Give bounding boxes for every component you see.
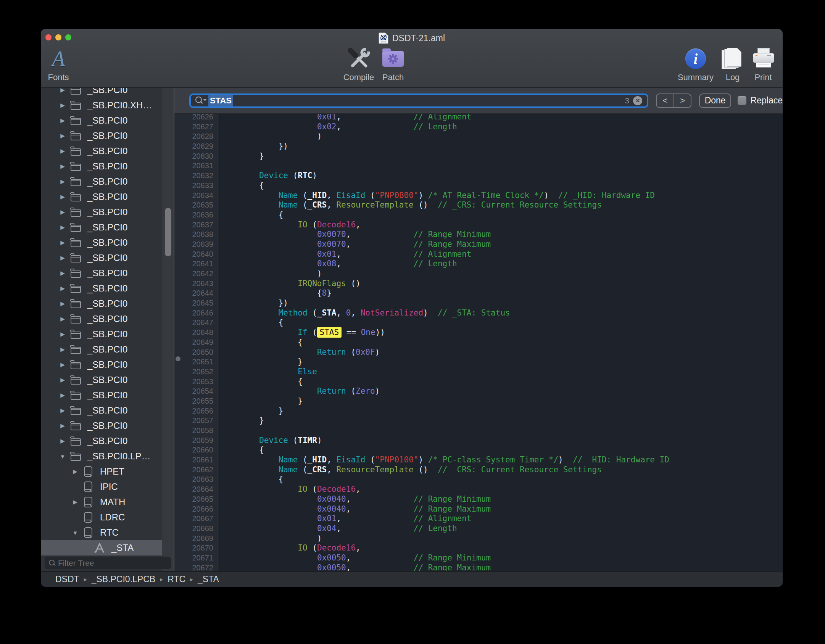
disclosure-triangle[interactable]: ▶ (58, 331, 68, 338)
disclosure-triangle[interactable]: ▶ (58, 163, 68, 170)
disclosure-triangle[interactable]: ▶ (58, 270, 68, 277)
sidebar-item-sbpci0[interactable]: ▶_SB.PCI0 (41, 296, 162, 311)
disclosure-triangle[interactable]: ▶ (58, 148, 68, 155)
line-number: 20665 (174, 494, 219, 504)
disclosure-triangle[interactable]: ▶ (58, 392, 68, 399)
sidebar-scrollbar-thumb[interactable] (165, 208, 171, 256)
toolbar-fonts-button[interactable]: A Fonts (41, 47, 85, 82)
disclosure-triangle[interactable]: ▶ (58, 209, 68, 216)
disclosure-triangle[interactable]: ▶ (58, 254, 68, 261)
folder-icon (70, 238, 81, 247)
sidebar-item-sbpci0[interactable]: ▶_SB.PCI0 (41, 88, 162, 98)
sidebar-item-sbpci0[interactable]: ▶_SB.PCI0 (41, 433, 162, 449)
disclosure-triangle[interactable]: ▶ (58, 88, 68, 93)
sidebar-item-sbpci0[interactable]: ▶_SB.PCI0 (41, 204, 162, 220)
sidebar-item-sbpci0[interactable]: ▶_SB.PCI0 (41, 388, 162, 403)
toolbar-print-button[interactable]: Print (736, 47, 783, 82)
line-number: 20664 (174, 485, 219, 494)
sidebar-item-sbpci0[interactable]: ▶_SB.PCI0 (41, 357, 162, 372)
sidebar-scrollbar-track[interactable] (162, 88, 174, 571)
disclosure-triangle[interactable]: ▶ (58, 224, 68, 231)
find-bar: STAS 3 ✕ < > Done Replace (174, 88, 783, 114)
disclosure-triangle[interactable]: ▶ (58, 178, 68, 185)
disclosure-triangle[interactable]: ▶ (58, 422, 68, 429)
search-icon[interactable] (195, 96, 206, 105)
breadcrumb-item[interactable]: RTC (168, 574, 185, 584)
sidebar-item-sbpci0[interactable]: ▶_SB.PCI0 (41, 403, 162, 418)
find-previous-button[interactable]: < (657, 94, 674, 107)
filter-tree-input[interactable]: Filter Tree (45, 557, 171, 569)
disclosure-triangle[interactable]: ▶ (58, 193, 68, 200)
disclosure-triangle[interactable]: ▼ (70, 530, 80, 536)
sidebar-item-sbpci0[interactable]: ▶_SB.PCI0 (41, 220, 162, 235)
code-line: 20655 } (174, 396, 783, 406)
sidebar-item-ldrc[interactable]: LDRC (41, 510, 162, 525)
sidebar-item-sbpci0[interactable]: ▶_SB.PCI0 (41, 189, 162, 204)
folder-icon (70, 391, 81, 400)
sidebar-item-sbpci0lp[interactable]: ▼_SB.PCI0.LP… (41, 449, 162, 464)
disclosure-triangle[interactable]: ▶ (58, 132, 68, 139)
code-line: 20666 0x0040, // Range Maximum (174, 504, 783, 514)
disclosure-triangle[interactable]: ▶ (58, 316, 68, 322)
sidebar-item-sbpci0[interactable]: ▶_SB.PCI0 (41, 266, 162, 281)
disclosure-triangle[interactable]: ▶ (58, 102, 68, 109)
code-editor[interactable]: 20626 0x01, // Alignment20627 0x02, // L… (174, 114, 783, 571)
sidebar-item-sbpci0[interactable]: ▶_SB.PCI0 (41, 128, 162, 143)
sidebar-item-sta[interactable]: _STA (41, 540, 162, 555)
disclosure-triangle[interactable]: ▶ (58, 117, 68, 124)
disclosure-triangle[interactable]: ▶ (58, 346, 68, 353)
sidebar-item-sbpci0[interactable]: ▶_SB.PCI0 (41, 281, 162, 296)
sidebar-item-label: _SB.PCI0 (87, 115, 127, 126)
search-input[interactable]: STAS 3 ✕ (189, 93, 648, 108)
find-next-button[interactable]: > (674, 94, 691, 107)
code-line: 20645 }) (174, 298, 783, 308)
done-button[interactable]: Done (699, 93, 731, 108)
line-number: 20647 (174, 318, 219, 328)
disclosure-triangle[interactable]: ▶ (58, 377, 68, 383)
folder-icon (70, 269, 81, 278)
disclosure-triangle[interactable]: ▶ (58, 300, 68, 307)
line-number: 20668 (174, 524, 219, 534)
sidebar-item-sbpci0[interactable]: ▶_SB.PCI0 (41, 113, 162, 128)
folder-icon (70, 192, 81, 201)
sidebar-item-sbpci0[interactable]: ▶_SB.PCI0 (41, 342, 162, 357)
disclosure-triangle[interactable]: ▶ (70, 468, 80, 475)
sidebar-item-sbpci0xh[interactable]: ▶_SB.PCI0.XH… (41, 98, 162, 113)
disclosure-triangle[interactable]: ▶ (58, 407, 68, 414)
line-number: 20630 (174, 151, 219, 161)
disclosure-triangle[interactable]: ▼ (58, 453, 68, 460)
code-line: 20662 Name (_CRS, ResourceTemplate () //… (174, 465, 783, 475)
sidebar-item-rtc[interactable]: ▼RTC (41, 525, 162, 540)
sidebar-item-label: _SB.PCI0 (87, 146, 127, 156)
sidebar-item-math[interactable]: ▶MATH (41, 494, 162, 510)
clear-search-icon[interactable]: ✕ (633, 96, 642, 105)
disclosure-triangle[interactable]: ▶ (58, 239, 68, 246)
sidebar-item-sbpci0[interactable]: ▶_SB.PCI0 (41, 235, 162, 250)
sidebar-item-sbpci0[interactable]: ▶_SB.PCI0 (41, 311, 162, 327)
disclosure-triangle[interactable]: ▶ (58, 285, 68, 292)
breadcrumb-separator-icon: ▸ (190, 576, 193, 583)
sidebar-item-label: _SB.PCI0 (87, 298, 127, 309)
sidebar-item-sbpci0[interactable]: ▶_SB.PCI0 (41, 418, 162, 433)
breadcrumb-item[interactable]: _STA (198, 574, 219, 584)
code-line: 20668 0x04, // Length (174, 524, 783, 534)
disclosure-triangle[interactable]: ▶ (58, 438, 68, 444)
line-number: 20650 (174, 348, 219, 357)
folder-icon (70, 162, 81, 171)
sidebar-item-sbpci0[interactable]: ▶_SB.PCI0 (41, 143, 162, 159)
replace-checkbox[interactable] (738, 96, 746, 105)
disclosure-triangle[interactable]: ▶ (58, 361, 68, 368)
sidebar-item-sbpci0[interactable]: ▶_SB.PCI0 (41, 174, 162, 189)
line-number: 20636 (174, 210, 219, 220)
disclosure-triangle[interactable]: ▶ (70, 499, 80, 506)
sidebar-item-hpet[interactable]: ▶HPET (41, 464, 162, 479)
breadcrumb-item[interactable]: DSDT (55, 574, 79, 584)
breadcrumb-item[interactable]: _SB.PCI0.LPCB (92, 574, 155, 584)
toolbar-patch-button[interactable]: Patch (366, 47, 420, 82)
line-number: 20628 (174, 132, 219, 142)
sidebar-item-ipic[interactable]: IPIC (41, 479, 162, 494)
sidebar-item-sbpci0[interactable]: ▶_SB.PCI0 (41, 159, 162, 174)
sidebar-item-sbpci0[interactable]: ▶_SB.PCI0 (41, 372, 162, 388)
sidebar-item-sbpci0[interactable]: ▶_SB.PCI0 (41, 327, 162, 342)
sidebar-item-sbpci0[interactable]: ▶_SB.PCI0 (41, 250, 162, 266)
